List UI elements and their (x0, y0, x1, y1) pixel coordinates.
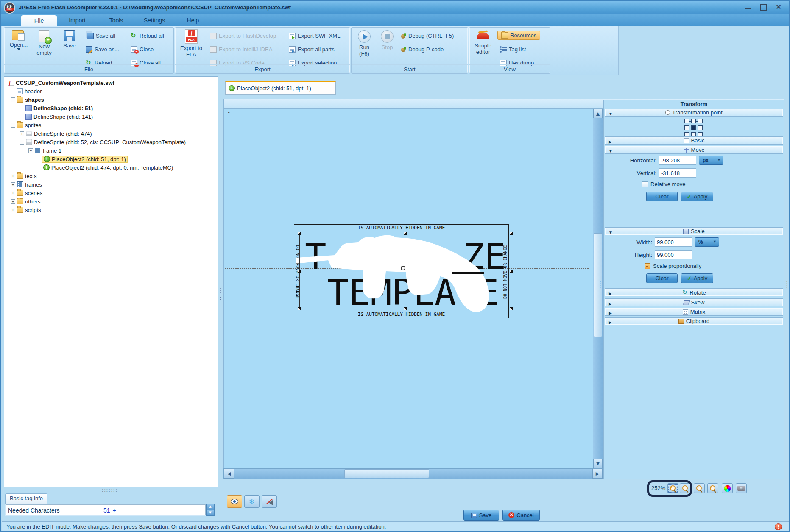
selection-handle-s[interactable] (404, 307, 407, 310)
scroll-up-icon[interactable]: ▲ (593, 109, 603, 118)
tree-item-texts[interactable]: + texts (4, 172, 218, 180)
stage-save-button[interactable]: Save (463, 510, 499, 521)
move-clear-button[interactable]: Clear (646, 192, 678, 201)
tree-item-frame-1[interactable]: − frame 1 (4, 146, 218, 155)
tree-expander-closed[interactable]: + (11, 191, 15, 195)
simple-editor-button[interactable]: Simple editor (471, 30, 495, 55)
needed-characters-add-link[interactable]: + (113, 507, 116, 514)
scroll-right-icon[interactable]: ▶ (592, 469, 603, 479)
row-spinner[interactable]: ▲▼ (206, 504, 215, 516)
resources-button[interactable]: Resources (497, 31, 540, 40)
new-empty-button[interactable]: New empty (32, 30, 56, 56)
tree-item-definesprite-52[interactable]: − DefineSprite (chid: 52, cls: CCSUP_Cus… (4, 138, 218, 146)
snapshot-button[interactable] (736, 483, 747, 493)
tree-item-defineshape-141[interactable]: DefineShape (chid: 141) (4, 112, 218, 121)
minimize-button[interactable] (743, 3, 753, 11)
move-unit-dropdown[interactable]: px▼ (699, 156, 723, 165)
scroll-down-icon[interactable]: ▼ (593, 459, 603, 468)
background-color-button[interactable] (722, 483, 733, 493)
tree-expander-open[interactable]: − (11, 123, 15, 128)
mute-toggle[interactable] (262, 495, 277, 508)
maximize-button[interactable] (759, 3, 768, 11)
stage-canvas[interactable]: - IS AUTOMATICALLY HIDDEN IN GAME IS AUT… (223, 109, 593, 468)
reload-all-button[interactable]: Reload all (131, 32, 164, 39)
transformation-point-grid[interactable] (684, 119, 704, 139)
tree-item-others[interactable]: + others (4, 197, 218, 206)
splitter-grip[interactable]: ·············· (102, 489, 118, 492)
export-all-parts-button[interactable]: Export all parts (289, 45, 335, 53)
scale-proportionally-checkbox[interactable] (645, 263, 650, 269)
panel-splitter-grip[interactable]: ······ (600, 281, 601, 293)
menu-tab-import[interactable]: Import (60, 15, 94, 26)
width-input[interactable] (655, 237, 692, 247)
vertical-scrollbar[interactable]: ▲ ▼ (593, 109, 603, 468)
tree-item-scripts[interactable]: + scripts (4, 206, 218, 214)
stop-button[interactable]: Stop (377, 30, 397, 50)
save-button[interactable]: Save (58, 30, 81, 49)
window-edge-grip[interactable]: ······ (786, 281, 788, 293)
selection-handle-sw[interactable] (298, 307, 301, 310)
section-scale[interactable]: ▼ Scale (605, 227, 783, 235)
close-button[interactable]: × (774, 3, 783, 11)
vertical-input[interactable] (659, 168, 696, 178)
preview-tab-placeobject2[interactable]: PlaceObject2 (chid: 51, dpt: 1) (225, 81, 336, 95)
tab-basic-tag-info[interactable]: Basic tag info (5, 493, 47, 504)
menu-tab-tools[interactable]: Tools (100, 15, 132, 26)
tree-expander-closed[interactable]: + (11, 174, 15, 178)
scale-clear-button[interactable]: Clear (646, 273, 678, 283)
section-clipboard[interactable]: ▶ Clipboard (605, 317, 783, 325)
tree-expander-closed[interactable]: + (11, 208, 15, 212)
selection-handle-w[interactable] (298, 270, 301, 273)
selection-handle-n[interactable] (404, 232, 407, 235)
scroll-left-icon[interactable]: ◀ (224, 469, 234, 479)
relative-move-checkbox[interactable] (642, 181, 648, 187)
tree-item-frames[interactable]: + frames (4, 180, 218, 189)
tree-expander-closed[interactable]: + (11, 182, 15, 187)
tree-expander-open[interactable]: − (28, 148, 33, 153)
show-outline-toggle[interactable] (227, 495, 242, 508)
section-transformation-point[interactable]: ▼ Transformation point (605, 109, 783, 117)
debug-button[interactable]: Debug (CTRL+F5) (400, 32, 454, 39)
selection-handle-ne[interactable] (510, 232, 513, 235)
zoom-100-button[interactable]: 1 (694, 483, 705, 493)
freeze-toggle[interactable]: ❄ (244, 495, 260, 508)
export-swf-xml-button[interactable]: Export SWF XML (289, 32, 340, 39)
tree-expander-open[interactable]: − (20, 140, 24, 145)
scale-apply-button[interactable]: ✓Apply (681, 273, 713, 283)
tree-item-defineshape-51[interactable]: DefineShape (chid: 51) (4, 104, 218, 112)
open-button[interactable]: Open... (7, 30, 31, 52)
move-apply-button[interactable]: ✓Apply (681, 192, 713, 201)
tree-item-swf-root[interactable]: CCSUP_CustomWeaponTemplate.swf (4, 78, 218, 87)
height-input[interactable] (655, 250, 692, 259)
tree-item-header[interactable]: header (4, 87, 218, 95)
export-flashdevelop-button[interactable]: Export to FlashDevelop (210, 32, 276, 39)
tree-expander-closed[interactable]: + (20, 131, 24, 136)
tree-item-shapes[interactable]: − shapes (4, 95, 218, 104)
close-file-button[interactable]: Close (131, 45, 154, 53)
section-skew[interactable]: ▶ Skew (605, 298, 783, 306)
export-to-fla-button[interactable]: Export to FLA (179, 29, 204, 58)
tag-list-button[interactable]: Tag list (500, 45, 526, 53)
menu-tab-file[interactable]: File (21, 15, 57, 26)
stage-cancel-button[interactable]: ✕ Cancel (502, 510, 540, 521)
transformation-point-marker[interactable] (401, 266, 405, 270)
run-button[interactable]: Run (F6) (354, 30, 374, 57)
tree-item-placeobject2-474[interactable]: PlaceObject2 (chid: 474, dpt: 0, nm: Tem… (4, 163, 218, 172)
export-intellij-button[interactable]: Export to IntelliJ IDEA (210, 45, 272, 53)
tree-expander-closed[interactable]: + (11, 199, 15, 204)
tree-item-definesprite-474[interactable]: + DefineSprite (chid: 474) (4, 129, 218, 138)
zoom-fit-button[interactable]: ▫ (707, 483, 718, 493)
scale-unit-dropdown[interactable]: %▼ (695, 237, 719, 247)
save-as-button[interactable]: Save as... (86, 45, 119, 53)
tree-item-sprites[interactable]: − sprites (4, 121, 218, 129)
section-matrix[interactable]: ▶ Matrix (605, 308, 783, 316)
section-move[interactable]: ▼ Move (605, 146, 783, 154)
section-basic[interactable]: ▶ Basic (605, 136, 783, 145)
debug-pcode-button[interactable]: Debug P-code (400, 45, 444, 53)
selection-handle-se[interactable] (510, 307, 513, 310)
horizontal-input[interactable] (659, 156, 696, 165)
horizontal-scrollbar[interactable]: ◀ ▶ (223, 468, 603, 479)
tree-expander-open[interactable]: − (11, 97, 15, 102)
selection-handle-e[interactable] (510, 270, 513, 273)
selection-handle-nw[interactable] (298, 232, 301, 235)
